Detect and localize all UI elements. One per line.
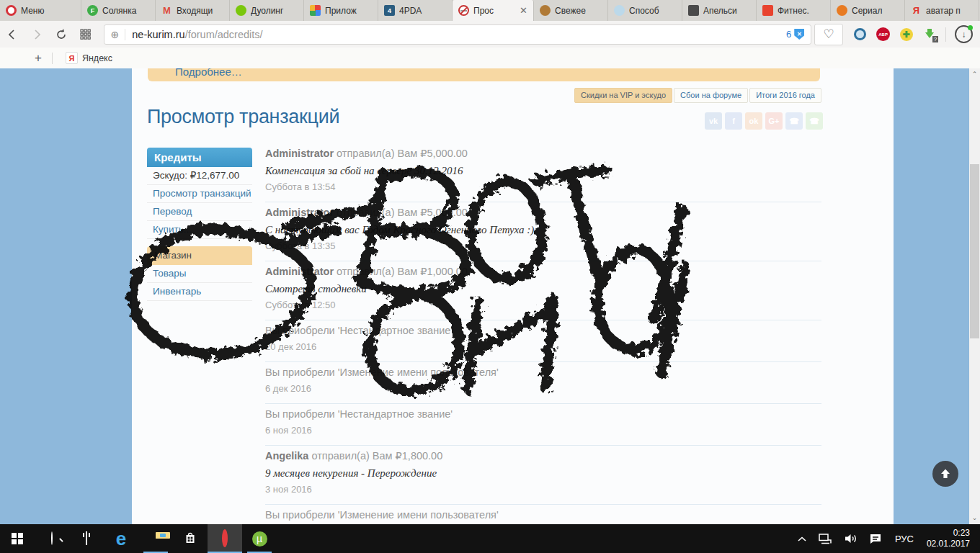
reload-button[interactable] (49, 24, 74, 45)
scrollbar-down-icon[interactable]: ⌄ (971, 515, 978, 521)
transaction-line: Вы приобрели 'Изменение имени пользовате… (265, 509, 821, 521)
transaction-row: Administrator отправил(а) Вам ₽5,000.00К… (265, 143, 821, 202)
opera-menu-label: Меню (21, 6, 75, 16)
browser-tab-gmail[interactable]: MВходящи (156, 0, 230, 21)
adblock-plus-icon[interactable]: ABP (876, 27, 890, 41)
browser-tab-no-smoking[interactable]: Прос✕ (453, 0, 534, 21)
clock[interactable]: 0:23 02.01.2017 (921, 528, 980, 549)
scroll-to-top-button[interactable] (932, 461, 958, 487)
edge-app[interactable]: e (104, 524, 138, 553)
tab-title: Фитнес. (778, 6, 824, 16)
transaction-line: Вы приобрели 'Изменение имени пользовате… (265, 367, 821, 379)
address-bar: ⊕ ne-kurim.ru/forum/adcredits/ 6 ✕ ♡ ABP… (0, 21, 980, 48)
sidebar-header-1: Магазин (147, 246, 252, 265)
scrollbar-thumb[interactable] (970, 164, 979, 338)
bookmark-yandex[interactable]: Я Яндекс (60, 52, 118, 64)
browser-tab-person[interactable]: Способ (608, 0, 682, 21)
volume-icon[interactable] (838, 524, 863, 553)
fox-icon (837, 5, 847, 16)
transaction-action: отправил(а) Вам ₽5,000.00 (337, 148, 468, 159)
browser-tab-fox[interactable]: Сериал (831, 0, 905, 21)
explorer-app[interactable] (138, 524, 173, 553)
notice-box: Подробнее… (148, 68, 820, 81)
browser-tab-fitness[interactable]: Фитнес. (757, 0, 831, 21)
browser-tab-apps-pinwheel[interactable]: Прилож (304, 0, 378, 21)
tab-title: Способ (629, 6, 676, 16)
tab-title: Дуолинг (251, 6, 298, 16)
windows-logo-icon (12, 533, 23, 544)
language-indicator[interactable]: РУС (888, 534, 921, 544)
browser-tab-4pda[interactable]: 44PDA (378, 0, 453, 21)
back-button[interactable] (0, 24, 24, 45)
browser-tab-yandex[interactable]: Яаватар п (905, 0, 979, 21)
transaction-sender[interactable]: Angelika (265, 450, 308, 462)
transaction-date: Суббота в 13:35 (265, 240, 821, 252)
opera-menu-button[interactable]: Меню (0, 0, 81, 21)
sidebar-item[interactable]: Инвентарь (147, 283, 252, 301)
transaction-action: Вы приобрели 'Изменение имени пользовате… (265, 509, 499, 521)
browser-tab-duolingo-owl[interactable]: Дуолинг (230, 0, 304, 21)
speed-dial-icon[interactable] (74, 24, 98, 45)
savefrom-download-icon[interactable]: ? (922, 27, 936, 41)
system-tray: РУС 0:23 02.01.2017 (791, 524, 980, 553)
start-button[interactable] (0, 524, 35, 553)
yandex-icon: Я (66, 52, 78, 64)
transaction-row: Вы приобрели 'Нестандартное звание'6 ноя… (265, 404, 821, 446)
scrollbar-up-icon[interactable]: ⌃ (971, 71, 978, 78)
topic-tab-0[interactable]: Скидки на VIP и эскудо (574, 88, 672, 103)
add-bookmark-button[interactable]: + (0, 51, 52, 66)
task-view-button[interactable] (69, 524, 104, 553)
topic-tabs: Скидки на VIP и эскудоСбои на форумеИтог… (574, 88, 821, 103)
transaction-line: Administrator отправил(а) Вам ₽5,000.00 (265, 207, 821, 219)
transaction-row: Вы приобрели 'Нестандартное звание'20 де… (265, 320, 821, 362)
tray-chevron-icon[interactable] (791, 524, 813, 553)
sidebar-item[interactable]: Перевод (147, 203, 252, 221)
sidebar-item[interactable]: Товары (147, 265, 252, 283)
transaction-sender[interactable]: Administrator (265, 207, 334, 218)
sidebar-item[interactable]: Просмотр транзакций (147, 185, 252, 203)
document-icon (688, 5, 699, 16)
notice-more-link[interactable]: Подробнее… (175, 68, 242, 78)
transaction-line: Administrator отправил(а) Вам ₽5,000.00 (265, 148, 821, 160)
action-center-icon[interactable] (863, 524, 888, 553)
fitness-icon (762, 5, 773, 16)
extensions-row: ABP ✚ ? (853, 27, 936, 41)
facebook-icon[interactable]: f (725, 112, 742, 130)
tab-close-icon[interactable]: ✕ (518, 5, 527, 16)
url-field[interactable]: ⊕ ne-kurim.ru/forum/adcredits/ 6 ✕ (104, 24, 812, 45)
store-app[interactable] (173, 524, 208, 553)
transaction-sender[interactable]: Administrator (265, 148, 334, 159)
acorn-icon (540, 5, 551, 16)
viber-icon[interactable]: ☎ (785, 112, 803, 130)
opera-icon (222, 532, 228, 545)
access-extension-icon[interactable]: ✚ (899, 27, 913, 41)
transaction-line: Administrator отправил(а) Вам ₽1,000.00 (265, 266, 821, 278)
search-button[interactable] (35, 524, 69, 553)
forward-button[interactable] (24, 24, 49, 45)
opera-app[interactable] (208, 524, 242, 553)
browser-tab-document[interactable]: Апельси (682, 0, 757, 21)
url-text: ne-kurim.ru/forum/adcredits/ (132, 29, 262, 40)
browser-tab-acorn[interactable]: Свежее (534, 0, 608, 21)
network-icon[interactable] (813, 524, 838, 553)
googleplus-icon[interactable]: G+ (765, 112, 783, 130)
transaction-row: Вы приобрели 'Изменение имени пользовате… (265, 362, 821, 404)
sidebar-item[interactable]: Купить... (147, 221, 252, 239)
utorrent-app[interactable]: µ (242, 524, 277, 553)
transaction-row: Administrator отправил(а) Вам ₽1,000.00С… (265, 261, 821, 320)
search-icon (51, 532, 53, 545)
odnoklassniki-icon[interactable]: ok (745, 112, 762, 130)
whatsapp-icon[interactable]: ☎ (806, 112, 823, 130)
bookmark-heart-button[interactable]: ♡ (814, 24, 843, 45)
downloads-button[interactable]: ↓ (955, 25, 973, 43)
browser-tab-fotostrana[interactable]: FСолянка (81, 0, 156, 21)
vk-icon[interactable]: vk (705, 112, 722, 130)
protect-badge[interactable]: 6 ✕ (786, 29, 811, 40)
tab-title: аватар п (926, 6, 973, 16)
proxy-extension-icon[interactable] (853, 27, 867, 41)
topic-tab-2[interactable]: Итоги 2016 года (749, 88, 821, 103)
topic-tab-1[interactable]: Сбои на форуме (674, 88, 748, 103)
page-scrollbar[interactable]: ⌃ ⌄ (969, 68, 980, 524)
transaction-sender[interactable]: Administrator (265, 266, 334, 277)
transaction-row: Administrator отправил(а) Вам ₽5,000.00С… (265, 202, 821, 261)
